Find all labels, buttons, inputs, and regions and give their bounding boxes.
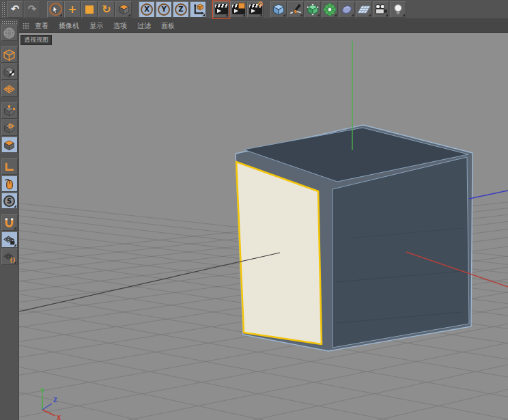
lock-workplane-button[interactable] [1, 232, 18, 248]
edges-mode-button[interactable] [1, 120, 18, 136]
cube-right-face[interactable] [333, 157, 469, 348]
x-axis-lock-button[interactable]: X [139, 1, 155, 18]
enable-axis-button[interactable] [1, 158, 18, 175]
rotate-icon: ↻ [102, 4, 111, 15]
model-mode-icon [3, 48, 16, 61]
polygons-mode-icon [3, 139, 16, 152]
menu-panel[interactable]: 面板 [161, 21, 175, 31]
model-mode-button[interactable] [1, 46, 18, 63]
points-mode-button[interactable] [1, 102, 18, 119]
render-settings-button[interactable]: ⚙ [247, 1, 264, 18]
workplane-button[interactable] [1, 81, 18, 97]
render-output-box-icon [238, 3, 245, 9]
menu-cameras[interactable]: 摄像机 [59, 21, 79, 31]
texture-mode-icon [3, 66, 16, 79]
z-axis-lock-button[interactable]: Z [173, 1, 189, 18]
undo-icon: ↶ [11, 4, 20, 14]
undo-button[interactable]: ↶ [7, 1, 23, 18]
points-mode-icon [3, 104, 16, 117]
menu-filter[interactable]: 过滤 [137, 21, 151, 31]
move-icon: + [68, 4, 76, 15]
workplane-lattice-icon [3, 83, 16, 96]
render-view-button[interactable] [213, 1, 229, 18]
texture-mode-button[interactable] [1, 64, 18, 80]
menu-display[interactable]: 显示 [89, 21, 103, 31]
main-toolbar: ↶ ↷ + ↻ [0, 0, 508, 19]
scale-icon [85, 5, 94, 14]
render-to-picture-viewer-button[interactable] [230, 1, 246, 18]
scale-tool-button[interactable] [81, 1, 98, 18]
live-selection-button[interactable] [47, 1, 63, 18]
cloner-array-button[interactable] [322, 1, 338, 18]
move-tool-button[interactable]: + [64, 1, 81, 18]
y-axis-icon: Y [158, 3, 170, 16]
z-axis-icon: Z [175, 3, 187, 16]
gizmo-x-label: X [57, 415, 61, 420]
x-axis-icon: X [141, 3, 153, 16]
menu-view[interactable]: 查看 [35, 21, 48, 31]
magnet-tool-button[interactable] [1, 214, 18, 231]
mouse-icon [3, 178, 16, 191]
orientation-gizmo: Y X Z [40, 389, 61, 420]
perspective-viewport[interactable]: Y X Z 透视视图 [19, 33, 508, 420]
make-editable-icon [3, 27, 16, 40]
axis-l-icon [3, 160, 16, 173]
viewport-name-label: 透视视图 [20, 35, 52, 45]
add-spline-button[interactable] [287, 1, 304, 18]
make-editable-button[interactable] [1, 25, 18, 41]
coordinate-system-button[interactable] [190, 1, 206, 18]
cinema4d-window: ↶ ↷ + ↻ [0, 0, 508, 420]
gizmo-z-axis [42, 404, 52, 410]
z-axis-line[interactable] [469, 191, 508, 199]
gizmo-z-label: Z [53, 397, 57, 404]
gizmo-y-label: Y [40, 389, 44, 395]
rotate-tool-button[interactable]: ↻ [98, 1, 115, 18]
camera-object-button[interactable] [373, 1, 389, 18]
light-object-button[interactable] [390, 1, 406, 18]
edges-mode-icon [3, 122, 16, 135]
y-axis-lock-button[interactable]: Y [156, 1, 172, 18]
redo-button[interactable]: ↷ [24, 1, 40, 18]
subdivision-surface-button[interactable] [305, 1, 321, 18]
viewport-menu-handle[interactable] [23, 23, 29, 29]
floor-object-button[interactable] [356, 1, 372, 18]
mode-sidebar: S [0, 19, 19, 420]
menu-options[interactable]: 选项 [113, 21, 127, 31]
redo-icon: ↷ [28, 4, 37, 14]
field-object-button[interactable] [339, 1, 355, 18]
add-primitive-button[interactable] [270, 1, 287, 18]
snap-settings-button[interactable]: S [1, 193, 18, 209]
viewport-menubar: 查看 摄像机 显示 选项 过滤 面板 [19, 19, 508, 33]
cube-object[interactable] [236, 125, 472, 351]
cursor-arrow-icon [51, 5, 59, 14]
gear-icon: ⚙ [257, 0, 264, 9]
polygons-mode-button[interactable] [1, 137, 18, 153]
toolbar-drag-handle[interactable] [1, 1, 5, 18]
workplane-mode-button[interactable]: () [1, 249, 18, 265]
last-tool-button[interactable] [115, 1, 132, 18]
scene: Y X Z [19, 33, 508, 420]
viewport-solo-button[interactable] [1, 176, 18, 192]
sidebar-drag-handle[interactable] [1, 20, 18, 24]
